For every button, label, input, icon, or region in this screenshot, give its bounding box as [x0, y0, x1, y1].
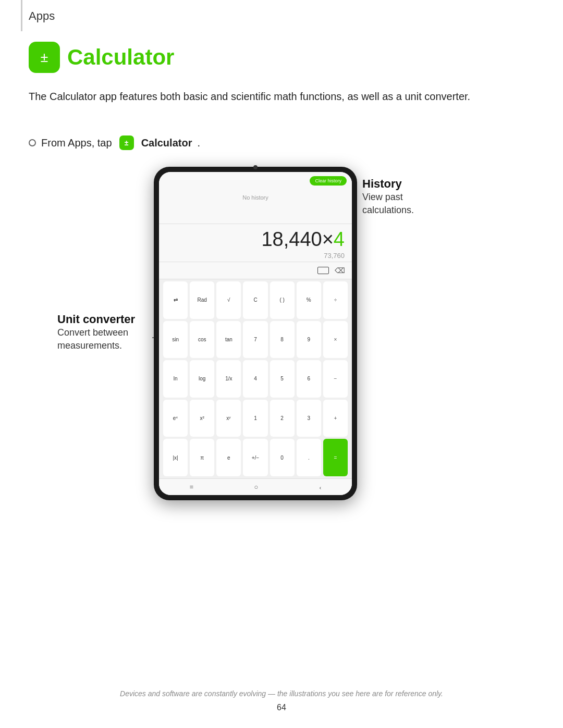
calc-btn-equals[interactable]: = [323, 439, 348, 476]
clear-history-button[interactable]: Clear history [310, 176, 347, 186]
calc-btn-0[interactable]: 0 [270, 439, 295, 476]
calculator-buttons: ⇄ Rad √ C ( ) % ÷ sin cos tan 7 8 9 × ln… [159, 279, 352, 478]
calc-btn-log[interactable]: log [190, 360, 214, 398]
footer: Devices and software are constantly evol… [29, 689, 534, 712]
calc-btn-tan[interactable]: tan [216, 321, 241, 359]
sub-display: 73,760 [166, 252, 345, 260]
unit-converter-row: ⌫ [159, 262, 352, 279]
unit-converter-icon[interactable] [317, 267, 329, 274]
calc-btn-3[interactable]: 3 [297, 400, 321, 437]
bullet-circle [29, 139, 36, 146]
calc-btn-ln[interactable]: ln [163, 360, 188, 398]
instruction-prefix: From Apps, tap [41, 137, 112, 149]
calc-btn-9[interactable]: 9 [297, 321, 321, 359]
calc-btn-rad[interactable]: Rad [190, 281, 214, 319]
footer-page-number: 64 [29, 703, 534, 712]
calc-btn-6[interactable]: 6 [297, 360, 321, 398]
history-section: Clear history No history [159, 172, 352, 224]
backspace-button[interactable]: ⌫ [333, 265, 347, 276]
page-header: Apps [29, 9, 55, 23]
main-display: 18,440×4 [166, 228, 345, 251]
tablet-screen: Clear history No history 18,440×4 73,760… [159, 172, 352, 495]
calc-btn-add[interactable]: + [323, 400, 348, 437]
nav-home[interactable]: ○ [254, 483, 259, 491]
history-annotation-desc: View pastcalculations. [362, 191, 414, 217]
page-border [21, 0, 22, 31]
calc-btn-decimal[interactable]: . [297, 439, 321, 476]
calc-btn-8[interactable]: 8 [270, 321, 295, 359]
calc-btn-sqrt[interactable]: √ [216, 281, 241, 319]
diagram-area: Clear history No history 18,440×4 73,760… [29, 162, 534, 526]
footer-disclaimer: Devices and software are constantly evol… [29, 689, 534, 698]
calc-btn-sin[interactable]: sin [163, 321, 188, 359]
tablet-camera [253, 165, 258, 169]
calc-btn-convert[interactable]: ⇄ [163, 281, 188, 319]
app-icon: ± [29, 42, 60, 73]
nav-recent[interactable]: ≡ [189, 483, 193, 491]
no-history-text: No history [165, 194, 346, 201]
calc-btn-pi[interactable]: π [190, 439, 214, 476]
app-icon-symbol: ± [40, 49, 48, 66]
history-annotation-title: History [362, 177, 414, 191]
app-title-section: ± Calculator [29, 42, 174, 73]
annotation-history: History View pastcalculations. [362, 177, 414, 217]
app-description: The Calculator app features both basic a… [29, 89, 534, 104]
calc-btn-subtract[interactable]: − [323, 360, 348, 398]
calc-btn-5[interactable]: 5 [270, 360, 295, 398]
unit-annotation-desc: Convert betweenmeasurements. [57, 326, 135, 352]
instruction-app-icon: ± [119, 135, 134, 150]
display-value: 18,440×4 [261, 228, 345, 250]
annotation-unit: Unit converter Convert betweenmeasuremen… [57, 313, 135, 352]
instruction-suffix: . [197, 137, 200, 149]
instruction-line: From Apps, tap ± Calculator. [29, 135, 200, 150]
calc-btn-euler[interactable]: e [216, 439, 241, 476]
instruction-app-name: Calculator [141, 137, 192, 149]
calc-btn-abs[interactable]: |x| [163, 439, 188, 476]
description-text: The Calculator app features both basic a… [29, 91, 470, 102]
calc-btn-1[interactable]: 1 [243, 400, 267, 437]
calc-btn-cos[interactable]: cos [190, 321, 214, 359]
calc-btn-7[interactable]: 7 [243, 321, 267, 359]
nav-bar: ≡ ○ ‹ [159, 478, 352, 495]
calc-btn-2[interactable]: 2 [270, 400, 295, 437]
calc-btn-parens[interactable]: ( ) [270, 281, 295, 319]
calc-btn-power[interactable]: xʸ [216, 400, 241, 437]
display-section: 18,440×4 73,760 [159, 224, 352, 262]
tablet-device: Clear history No history 18,440×4 73,760… [154, 167, 357, 500]
nav-back[interactable]: ‹ [319, 483, 321, 491]
calc-btn-reciprocal[interactable]: 1/x [216, 360, 241, 398]
calc-btn-clear[interactable]: C [243, 281, 267, 319]
calc-btn-square[interactable]: x² [190, 400, 214, 437]
unit-annotation-title: Unit converter [57, 313, 135, 326]
section-title: Apps [29, 9, 55, 22]
app-title: Calculator [67, 45, 174, 70]
calc-btn-multiply[interactable]: × [323, 321, 348, 359]
calc-btn-4[interactable]: 4 [243, 360, 267, 398]
calc-btn-negate[interactable]: +/− [243, 439, 267, 476]
calc-btn-exp[interactable]: eˣ [163, 400, 188, 437]
calc-btn-percent[interactable]: % [297, 281, 321, 319]
display-cursor: 4 [334, 228, 345, 250]
calc-btn-divide[interactable]: ÷ [323, 281, 348, 319]
